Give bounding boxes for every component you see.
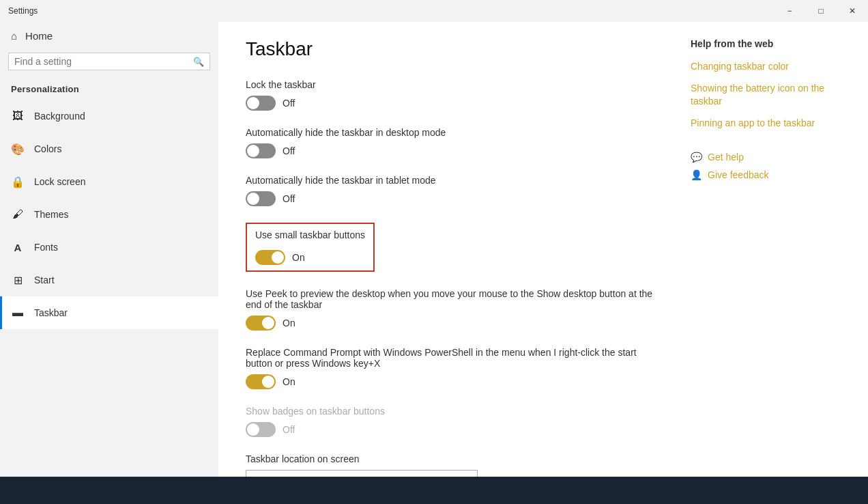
label-auto-hide-tablet: Automatically hide the taskbar in tablet… [246, 175, 663, 186]
toggle-knob [247, 97, 259, 109]
help-link-2[interactable]: Showing the battery icon on the taskbar [691, 82, 841, 109]
toggle-row-peek-preview: On [246, 316, 663, 331]
lock-icon: 🔒 [11, 176, 25, 188]
section-label: Personalization [0, 79, 218, 100]
toggle-row-auto-hide-desktop: Off [246, 143, 663, 158]
taskbar-location-dropdown[interactable]: Bottom ▾ [246, 470, 478, 477]
setting-show-badges: Show badges on taskbar buttons Off [246, 406, 663, 437]
colors-icon: 🎨 [11, 143, 25, 156]
toggle-state-auto-hide-tablet: Off [283, 193, 295, 204]
setting-taskbar-location: Taskbar location on screen Bottom ▾ [246, 453, 663, 477]
toggle-knob [247, 193, 259, 205]
close-button[interactable]: ✕ [837, 0, 868, 22]
toggle-small-buttons[interactable] [255, 250, 285, 265]
sidebar-item-label-taskbar: Taskbar [34, 307, 68, 318]
setting-auto-hide-desktop: Automatically hide the taskbar in deskto… [246, 127, 663, 158]
search-icon: 🔍 [193, 57, 204, 67]
page-title: Taskbar [246, 38, 663, 60]
sidebar-item-lock-screen[interactable]: 🔒 Lock screen [0, 165, 218, 198]
content-area: Taskbar Lock the taskbar Off Automatical… [218, 22, 868, 477]
fonts-icon: A [11, 242, 25, 253]
setting-lock-taskbar: Lock the taskbar Off [246, 79, 663, 111]
taskbar-icon: ▬ [11, 307, 25, 319]
sidebar: ⌂ Home 🔍 Personalization 🖼 Background 🎨 … [0, 22, 218, 477]
toggle-state-peek-preview: On [283, 318, 295, 328]
sidebar-item-label-fonts: Fonts [34, 242, 58, 253]
sidebar-item-taskbar[interactable]: ▬ Taskbar [0, 296, 218, 329]
toggle-peek-preview[interactable] [246, 316, 276, 331]
setting-auto-hide-tablet: Automatically hide the taskbar in tablet… [246, 175, 663, 206]
help-panel: Help from the web Changing taskbar color… [691, 38, 841, 460]
help-title: Help from the web [691, 38, 841, 49]
minimize-button[interactable]: − [774, 0, 805, 22]
toggle-knob [262, 317, 274, 329]
sidebar-item-label-themes: Themes [34, 209, 69, 220]
toggle-knob [262, 376, 274, 388]
label-small-buttons: Use small taskbar buttons [255, 229, 365, 240]
toggle-row-lock-taskbar: Off [246, 96, 663, 111]
sidebar-item-label-background: Background [34, 111, 85, 122]
get-help-action[interactable]: 💬 Get help [691, 152, 841, 163]
label-show-badges: Show badges on taskbar buttons [246, 406, 663, 417]
sidebar-item-label-colors: Colors [34, 143, 61, 154]
setting-peek-preview: Use Peek to preview the desktop when you… [246, 288, 663, 331]
toggle-state-lock-taskbar: Off [283, 98, 295, 109]
toggle-state-auto-hide-desktop: Off [283, 145, 295, 156]
give-feedback-action[interactable]: 👤 Give feedback [691, 169, 841, 180]
toggle-replace-cmd[interactable] [246, 374, 276, 389]
sidebar-item-background[interactable]: 🖼 Background [0, 100, 218, 132]
toggle-knob [247, 423, 259, 436]
help-divider [691, 138, 841, 152]
toggle-row-auto-hide-tablet: Off [246, 191, 663, 206]
toggle-state-replace-cmd: On [283, 376, 295, 387]
main-content: Taskbar Lock the taskbar Off Automatical… [246, 38, 663, 460]
window-controls: − □ ✕ [774, 0, 868, 22]
sidebar-item-label-lock-screen: Lock screen [34, 176, 85, 187]
toggle-lock-taskbar[interactable] [246, 96, 276, 111]
home-icon: ⌂ [11, 30, 17, 42]
toggle-row-show-badges: Off [246, 422, 663, 437]
toggle-row-replace-cmd: On [246, 374, 663, 389]
sidebar-item-label-start: Start [34, 275, 55, 285]
start-icon: ⊞ [11, 274, 25, 287]
app-container: ⌂ Home 🔍 Personalization 🖼 Background 🎨 … [0, 22, 868, 477]
toggle-state-small-buttons: On [292, 252, 305, 263]
sidebar-item-colors[interactable]: 🎨 Colors [0, 132, 218, 165]
home-nav-item[interactable]: ⌂ Home [0, 22, 218, 50]
sidebar-item-start[interactable]: ⊞ Start [0, 264, 218, 296]
search-input[interactable] [14, 56, 193, 67]
toggle-state-show-badges: Off [283, 424, 295, 435]
system-taskbar [0, 477, 868, 504]
setting-replace-cmd: Replace Command Prompt with Windows Powe… [246, 347, 663, 389]
home-label: Home [25, 30, 53, 42]
background-icon: 🖼 [11, 110, 25, 122]
maximize-button[interactable]: □ [805, 0, 837, 22]
label-auto-hide-desktop: Automatically hide the taskbar in deskto… [246, 127, 663, 138]
sidebar-item-fonts[interactable]: A Fonts [0, 231, 218, 264]
app-title: Settings [8, 6, 38, 16]
highlight-box-small-buttons: Use small taskbar buttons On [246, 223, 375, 272]
themes-icon: 🖌 [11, 208, 25, 221]
give-feedback-label: Give feedback [708, 169, 769, 180]
title-bar: Settings − □ ✕ [0, 0, 868, 22]
label-taskbar-location: Taskbar location on screen [246, 453, 663, 464]
label-lock-taskbar: Lock the taskbar [246, 79, 663, 90]
give-feedback-icon: 👤 [691, 169, 702, 180]
toggle-auto-hide-desktop[interactable] [246, 143, 276, 158]
toggle-auto-hide-tablet[interactable] [246, 191, 276, 206]
help-link-1[interactable]: Changing taskbar color [691, 60, 841, 74]
get-help-label: Get help [708, 152, 744, 163]
toggle-knob [247, 145, 259, 157]
toggle-show-badges [246, 422, 276, 437]
sidebar-item-themes[interactable]: 🖌 Themes [0, 198, 218, 231]
label-peek-preview: Use Peek to preview the desktop when you… [246, 288, 663, 310]
toggle-row-small-buttons: On [255, 250, 365, 265]
help-link-3[interactable]: Pinning an app to the taskbar [691, 117, 841, 130]
search-box: 🔍 [8, 53, 210, 70]
label-replace-cmd: Replace Command Prompt with Windows Powe… [246, 347, 663, 369]
toggle-knob [272, 251, 284, 264]
get-help-icon: 💬 [691, 152, 702, 163]
